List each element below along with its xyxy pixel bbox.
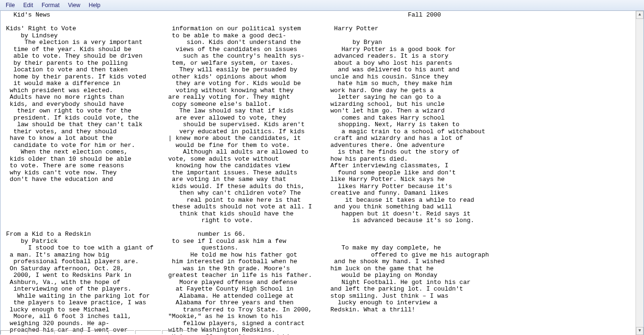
menu-edit[interactable]: Edit — [19, 1, 37, 9]
status-box — [108, 330, 134, 334]
scroll-down-arrow[interactable]: ▼ — [636, 327, 644, 335]
menu-file[interactable]: File — [2, 1, 18, 9]
menubar: File Edit Format View Help — [0, 0, 644, 11]
editor-frame: Kid's News Fall 2000 Kids' Right to Vote… — [0, 11, 644, 335]
menu-help[interactable]: Help — [85, 1, 104, 9]
status-box — [81, 330, 107, 334]
scroll-up-arrow[interactable]: ▲ — [636, 11, 644, 19]
vertical-scrollbar[interactable]: ▲ ▼ — [635, 11, 644, 335]
status-box — [27, 330, 53, 334]
menu-view[interactable]: View — [64, 1, 84, 9]
status-box — [162, 330, 188, 334]
status-box — [135, 330, 161, 334]
status-box — [0, 330, 26, 334]
status-bar-boxes — [0, 330, 189, 335]
menu-format[interactable]: Format — [38, 1, 63, 9]
text-area[interactable]: Kid's News Fall 2000 Kids' Right to Vote… — [0, 11, 635, 335]
status-box — [54, 330, 80, 334]
